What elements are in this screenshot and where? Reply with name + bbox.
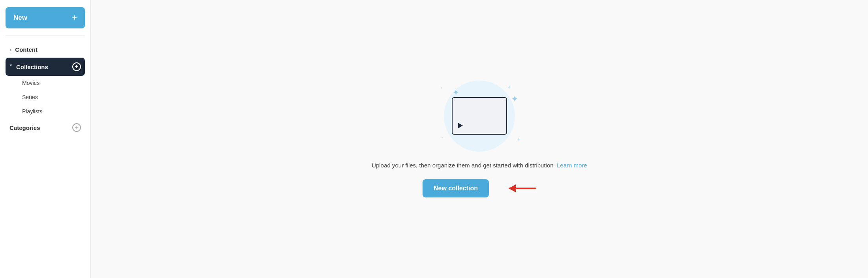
sidebar-item-categories-label: Categories: [9, 124, 68, 131]
sidebar-item-series[interactable]: Series: [18, 90, 85, 104]
sparkle-icon-4: +: [517, 136, 520, 142]
main-content: ✦ + ✦ + • • Upload your files, then orga…: [91, 0, 868, 278]
plus-icon: +: [72, 13, 77, 23]
learn-more-link[interactable]: Learn more: [557, 162, 587, 169]
sidebar: New + › Content ˅ Collections + Movies S…: [0, 0, 91, 278]
sparkle-icon-6: •: [442, 136, 443, 140]
sidebar-item-collections[interactable]: ˅ Collections +: [6, 58, 85, 76]
sidebar-item-collections-label: Collections: [16, 64, 68, 70]
empty-state-illustration: ✦ + ✦ + • •: [436, 81, 523, 152]
sparkle-icon-1: ✦: [453, 88, 459, 97]
svg-marker-1: [509, 184, 516, 192]
new-collection-button[interactable]: New collection: [423, 179, 489, 197]
sparkle-icon-3: ✦: [511, 94, 518, 104]
new-button[interactable]: New +: [6, 7, 85, 28]
add-categories-icon[interactable]: +: [72, 123, 81, 132]
illustration-video-card: [452, 97, 507, 135]
chevron-right-icon: ›: [9, 47, 11, 53]
play-line: [458, 123, 466, 128]
sidebar-divider: [6, 36, 85, 36]
sidebar-item-content[interactable]: › Content: [6, 41, 85, 58]
sidebar-item-movies[interactable]: Movies: [18, 76, 85, 90]
arrow-icon: [501, 181, 536, 195]
chevron-down-icon: ˅: [9, 64, 12, 70]
sparkle-icon-5: •: [441, 86, 442, 90]
sidebar-item-categories[interactable]: Categories +: [6, 118, 85, 137]
empty-state-description: Upload your files, then organize them an…: [372, 161, 587, 170]
sidebar-item-playlists[interactable]: Playlists: [18, 104, 85, 118]
sidebar-item-content-label: Content: [15, 46, 81, 53]
add-collection-icon[interactable]: +: [72, 62, 81, 71]
new-collection-row: New collection: [423, 179, 536, 197]
collections-sub-items: Movies Series Playlists: [6, 76, 85, 118]
empty-state: ✦ + ✦ + • • Upload your files, then orga…: [372, 81, 587, 198]
play-icon: [458, 123, 463, 128]
sparkle-icon-2: +: [508, 84, 511, 90]
arrow-container: [501, 181, 536, 195]
new-button-label: New: [13, 14, 27, 22]
